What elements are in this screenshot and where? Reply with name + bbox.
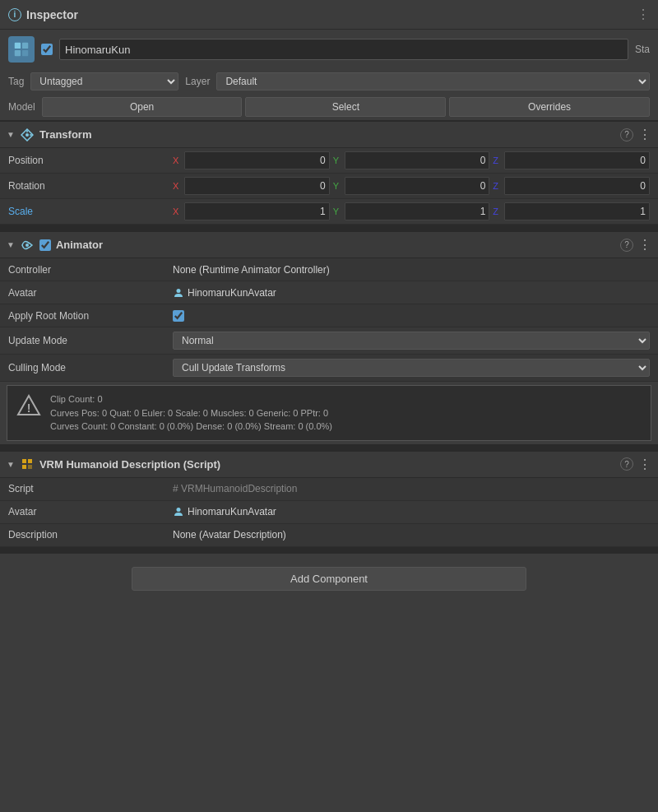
rotation-x-label: X [173, 181, 183, 191]
rotation-y-group: Y [333, 177, 490, 195]
animator-menu-icon[interactable]: ⋮ [638, 237, 651, 253]
svg-point-7 [25, 244, 29, 247]
layer-select[interactable]: Default [216, 72, 650, 90]
object-name-input[interactable] [59, 39, 628, 60]
svg-rect-0 [15, 43, 21, 49]
position-x-group: X [173, 151, 330, 169]
inspector-title: Inspector [26, 8, 78, 21]
culling-mode-row: Culling Mode Cull Update Transforms [0, 355, 658, 382]
animator-icon [20, 238, 35, 253]
update-mode-row: Update Mode Normal [0, 327, 658, 355]
overrides-button[interactable]: Overrides [449, 97, 650, 117]
update-mode-select[interactable]: Normal [173, 332, 650, 350]
rotation-values: X Y Z [173, 177, 650, 195]
position-y-group: Y [333, 151, 490, 169]
svg-point-14 [177, 508, 181, 512]
svg-text:!: ! [27, 401, 31, 415]
controller-row: Controller None (Runtime Animator Contro… [0, 258, 658, 281]
info-icon: i [8, 8, 21, 21]
apply-root-motion-row: Apply Root Motion [0, 304, 658, 327]
update-mode-label: Update Mode [8, 335, 173, 346]
svg-rect-12 [22, 465, 26, 469]
inspector-menu-icon[interactable]: ⋮ [637, 7, 650, 22]
scale-x-input[interactable] [184, 202, 330, 220]
layer-label: Layer [185, 76, 210, 87]
svg-rect-1 [22, 43, 28, 49]
scale-z-input[interactable] [504, 202, 650, 220]
scale-values: X Y Z [173, 202, 650, 220]
select-button[interactable]: Select [245, 97, 446, 117]
transform-help-icon[interactable]: ? [620, 128, 633, 142]
vrm-script-row: Script # VRMHumanoidDescription [0, 478, 658, 501]
tag-label: Tag [8, 76, 24, 87]
transform-menu-icon[interactable]: ⋮ [638, 127, 651, 142]
svg-rect-11 [28, 459, 32, 463]
animator-arrow-icon[interactable]: ▼ [7, 240, 15, 249]
controller-value: None (Runtime Animator Controller) [173, 264, 650, 276]
divider-3 [0, 547, 658, 554]
object-row: Sta [0, 30, 658, 69]
open-button[interactable]: Open [42, 97, 243, 117]
vrm-script-value: # VRMHumanoidDescription [173, 483, 297, 494]
static-label: Sta [635, 44, 650, 55]
position-row: Position X Y Z [0, 148, 658, 174]
animator-warning-box: ! Clip Count: 0 Curves Pos: 0 Quat: 0 Eu… [7, 385, 651, 441]
vrm-avatar-row: Avatar HinomaruKunAvatar [0, 501, 658, 524]
rotation-x-group: X [173, 177, 330, 195]
inspector-header: i Inspector ⋮ [0, 0, 658, 30]
vrm-arrow-icon[interactable]: ▼ [7, 460, 15, 469]
model-label: Model [8, 101, 35, 113]
animator-section-header: ▼ Animator ? ⋮ [0, 231, 658, 258]
scale-z-label: Z [493, 206, 503, 216]
animator-avatar-label: Avatar [8, 287, 173, 299]
rotation-z-label: Z [493, 181, 503, 191]
rotation-row: Rotation X Y Z [0, 174, 658, 199]
controller-label: Controller [8, 264, 173, 276]
position-y-input[interactable] [345, 151, 490, 169]
position-z-input[interactable] [504, 151, 650, 169]
transform-arrow-icon[interactable]: ▼ [7, 130, 15, 139]
divider-2 [0, 444, 658, 451]
scale-y-label: Y [333, 206, 343, 216]
position-z-label: Z [493, 155, 503, 165]
position-label: Position [8, 155, 173, 166]
vrm-help-icon[interactable]: ? [620, 457, 633, 471]
warning-curves: Curves Pos: 0 Quat: 0 Euler: 0 Scale: 0 … [50, 406, 332, 420]
transform-icon [20, 128, 35, 142]
vrm-description-value: None (Avatar Description) [173, 529, 650, 541]
animator-title: Animator [56, 239, 615, 251]
rotation-z-group: Z [493, 177, 650, 195]
model-row: Model Open Select Overrides [0, 94, 658, 121]
object-active-checkbox[interactable] [41, 44, 53, 55]
position-x-input[interactable] [184, 151, 330, 169]
rotation-z-input[interactable] [504, 177, 650, 195]
svg-point-4 [25, 133, 29, 137]
animator-avatar-value: HinomaruKunAvatar [173, 287, 650, 299]
tag-select[interactable]: Untagged [30, 72, 178, 90]
warning-text: Clip Count: 0 Curves Pos: 0 Quat: 0 Eule… [50, 392, 332, 434]
vrm-section-header: ▼ VRM Humanoid Description (Script) ? ⋮ [0, 451, 658, 478]
rotation-x-input[interactable] [184, 177, 330, 195]
add-component-button[interactable]: Add Component [132, 567, 526, 591]
avatar-person-icon [173, 287, 184, 299]
vrm-icon [20, 457, 35, 471]
scale-label: Scale [8, 206, 173, 217]
scale-z-group: Z [493, 202, 650, 220]
scale-row: Scale X Y Z [0, 199, 658, 225]
rotation-y-input[interactable] [345, 177, 490, 195]
vrm-description-row: Description None (Avatar Description) [0, 524, 658, 547]
object-icon [8, 36, 35, 63]
scale-y-input[interactable] [345, 202, 490, 220]
scale-y-group: Y [333, 202, 490, 220]
vrm-avatar-person-icon [173, 506, 184, 517]
rotation-y-label: Y [333, 181, 343, 191]
transform-title: Transform [39, 128, 615, 141]
rotation-label: Rotation [8, 180, 173, 192]
vrm-menu-icon[interactable]: ⋮ [638, 457, 651, 472]
animator-help-icon[interactable]: ? [620, 239, 633, 252]
apply-root-checkbox[interactable] [173, 310, 184, 322]
culling-mode-select[interactable]: Cull Update Transforms [173, 359, 650, 377]
animator-enabled-checkbox[interactable] [39, 239, 51, 251]
vrm-script-label: Script [8, 483, 173, 494]
position-values: X Y Z [173, 151, 650, 169]
